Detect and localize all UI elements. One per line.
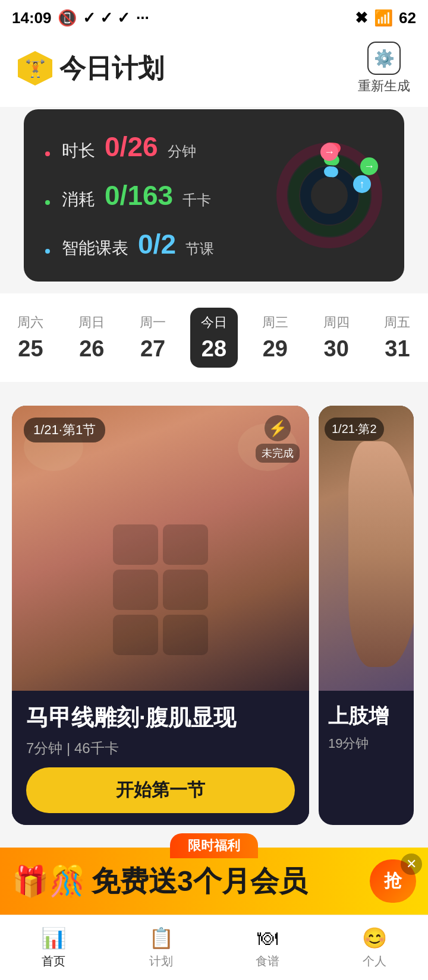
promo-banner: 限时福利 🎁🎊 免费送3个月会员 抢 ✕ <box>0 848 428 915</box>
gift-icon: 🎁🎊 <box>12 864 86 899</box>
nav-profile[interactable]: 😊 个人 <box>362 926 387 969</box>
calendar: 周六 25 周日 26 周一 27 今日 28 周三 29 周四 30 周五 3… <box>0 293 428 382</box>
plan-icon: 📋 <box>149 926 174 950</box>
calories-dot <box>45 200 50 205</box>
time: 14:09 <box>12 9 52 27</box>
stats-card: 时长 0/26 分钟 消耗 0/163 千卡 <box>24 109 404 282</box>
workout-2-badge: 1/21·第2 <box>325 418 384 441</box>
check-icons: ✓ ✓ ✓ <box>83 9 130 27</box>
cal-day-today[interactable]: 今日 28 <box>190 308 238 368</box>
promo-close-button[interactable]: ✕ <box>401 853 422 875</box>
arrow-pink: → <box>320 143 338 161</box>
arrow-green: → <box>360 157 378 175</box>
bolt-icon: ⚡ <box>265 415 291 441</box>
header: 🏋 今日计划 ⚙️ 重新生成 <box>0 36 428 107</box>
x-icon: ✖ <box>355 9 368 27</box>
cal-day-thu[interactable]: 周四 30 <box>313 308 360 368</box>
workout-2-meta: 19分钟 <box>328 735 404 753</box>
page-title: 今日计划 <box>59 51 164 86</box>
cal-day-mon[interactable]: 周一 27 <box>129 308 177 368</box>
menu-icon: ··· <box>136 9 149 27</box>
workout-1-status: ⚡ 未完成 <box>256 415 300 463</box>
battery: 62 <box>399 9 416 27</box>
workout-1-name: 马甲线雕刻·腹肌显现 <box>26 703 295 733</box>
status-text: 未完成 <box>256 444 300 463</box>
workout-1-badge: 1/21·第1节 <box>24 418 105 442</box>
cal-day-sun[interactable]: 周日 26 <box>68 308 115 368</box>
cal-day-wed[interactable]: 周三 29 <box>251 308 299 368</box>
arm-shape <box>348 441 414 667</box>
status-bar: 14:09 📵 ✓ ✓ ✓ ··· ✖ 📶 62 <box>0 0 428 36</box>
food-icon: 🍽 <box>257 927 278 950</box>
nav-food[interactable]: 🍽 食谱 <box>256 927 279 969</box>
cal-day-sat[interactable]: 周六 25 <box>7 308 54 368</box>
workout-2-name: 上肢增 <box>328 703 404 730</box>
app-logo: 🏋 <box>18 51 52 86</box>
ring-chart: → → ↑ <box>276 142 383 249</box>
regen-button[interactable]: ⚙️ 重新生成 <box>358 42 410 95</box>
duration-dot <box>45 151 50 156</box>
arrow-cyan: ↑ <box>353 175 371 193</box>
wifi-icon: 📶 <box>374 9 393 27</box>
promo-text: 免费送3个月会员 <box>92 862 370 900</box>
schedule-dot <box>45 249 50 254</box>
home-icon: 📊 <box>41 926 66 950</box>
promo-tag: 限时福利 <box>170 833 258 858</box>
schedule-stat: 智能课表 0/2 节课 <box>45 228 214 260</box>
bottom-nav: 📊 首页 📋 计划 🍽 食谱 😊 个人 <box>0 915 428 980</box>
nav-plan[interactable]: 📋 计划 <box>149 926 174 969</box>
workout-section: 1/21·第1节 ⚡ 未完成 马甲线雕刻·腹肌显现 7分钟 | 46千卡 开始第… <box>0 394 428 825</box>
start-workout-1-button[interactable]: 开始第一节 <box>26 767 295 813</box>
workout-1-meta: 7分钟 | 46千卡 <box>26 739 295 758</box>
nav-home[interactable]: 📊 首页 <box>41 926 66 969</box>
signal-icon: 📵 <box>58 9 77 27</box>
ring-arrows: → → ↑ <box>276 142 383 249</box>
calories-stat: 消耗 0/163 千卡 <box>45 179 214 211</box>
cal-day-fri[interactable]: 周五 31 <box>373 308 421 368</box>
profile-icon: 😊 <box>362 926 387 950</box>
regen-icon: ⚙️ <box>367 42 401 75</box>
workout-card-1[interactable]: 1/21·第1节 ⚡ 未完成 马甲线雕刻·腹肌显现 7分钟 | 46千卡 开始第… <box>12 406 309 825</box>
workout-card-2[interactable]: 1/21·第2 上肢增 19分钟 <box>319 406 414 825</box>
duration-stat: 时长 0/26 分钟 <box>45 131 214 163</box>
